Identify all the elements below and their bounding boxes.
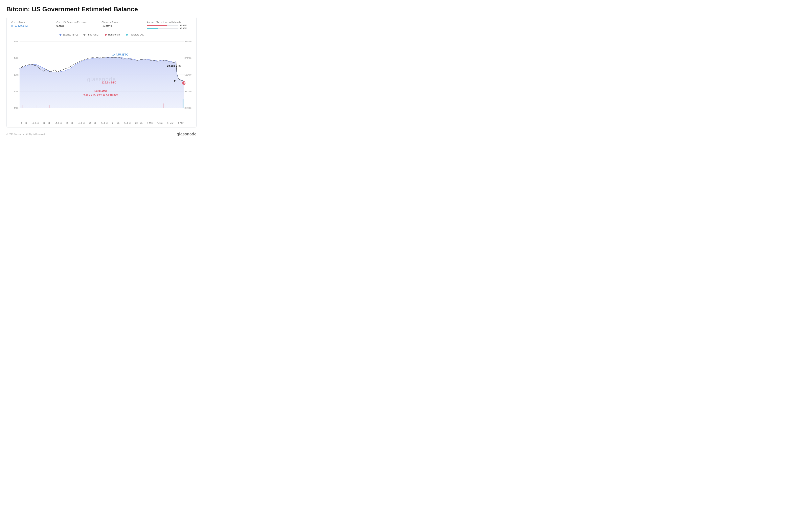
x-label-10: 28. Feb (135, 122, 143, 124)
deposits-cyan-pct: 36.36% (179, 27, 187, 30)
svg-text:130k: 130k (14, 74, 18, 76)
stat-current-balance: Current Balance BTC 125,643 (11, 21, 57, 27)
x-label-3: 14. Feb (55, 122, 62, 124)
legend-balance-label: Balance [BTC] (63, 33, 78, 36)
chart-card: Current Balance BTC 125,643 Current % Su… (6, 17, 197, 128)
x-label-13: 6. Mar (167, 122, 173, 124)
deposits-cyan-track (147, 28, 178, 29)
legend-dot-balance (59, 34, 61, 36)
x-label-2: 12. Feb (43, 122, 50, 124)
x-label-1: 10. Feb (31, 122, 39, 124)
svg-text:$25600: $25600 (185, 40, 191, 43)
svg-rect-23 (163, 103, 164, 108)
current-balance-value: BTC 125,643 (11, 24, 57, 27)
footer: © 2023 Glassnode. All Rights Reserved. g… (6, 131, 197, 137)
page-title: Bitcoin: US Government Estimated Balance (6, 5, 197, 13)
current-balance-label: Current Balance (11, 21, 57, 24)
svg-rect-21 (36, 105, 36, 108)
x-axis: 8. Feb 10. Feb 12. Feb 14. Feb 16. Feb 1… (11, 121, 192, 124)
svg-text:$22400: $22400 (185, 74, 191, 76)
x-label-4: 16. Feb (66, 122, 73, 124)
x-label-0: 8. Feb (21, 122, 27, 124)
svg-text:$20800: $20800 (185, 90, 191, 93)
legend-transfers-in-label: Transfers In (108, 33, 120, 36)
svg-text:110k: 110k (14, 107, 18, 110)
deposits-red-fill (147, 25, 167, 26)
stat-supply: Current % Supply on Exchange 0.65% (57, 21, 102, 27)
x-label-7: 22. Feb (101, 122, 108, 124)
supply-value: 0.65% (57, 24, 102, 27)
footer-copyright: © 2023 Glassnode. All Rights Reserved. (6, 133, 45, 135)
legend-transfers-in: Transfers In (105, 33, 120, 36)
legend-transfers-out-label: Transfers Out (129, 33, 144, 36)
legend-price: Price [USD] (84, 33, 99, 36)
footer-logo: glassnode (177, 132, 197, 137)
x-label-14: 8. Mar (178, 122, 184, 124)
chart-area: 150k 140k 130k 120k 110k $25600 $24000 $… (11, 38, 192, 121)
svg-point-19 (183, 82, 185, 84)
deposits-bars: 63.64% 36.36% (147, 24, 192, 30)
deposits-red-track (147, 25, 178, 26)
svg-rect-22 (49, 105, 49, 108)
stat-deposits: Amount of Deposits vs Withdrawals 63.64%… (147, 21, 192, 30)
change-value: -13.05% (102, 24, 147, 27)
svg-rect-20 (23, 105, 23, 108)
deposits-red-row: 63.64% (147, 24, 192, 27)
x-label-9: 26. Feb (124, 122, 131, 124)
legend-price-label: Price [USD] (87, 33, 99, 36)
x-label-12: 4. Mar (157, 122, 163, 124)
deposits-cyan-fill (147, 28, 158, 29)
x-label-8: 24. Feb (112, 122, 119, 124)
svg-text:140k: 140k (14, 57, 18, 59)
legend-dot-transfers-in (105, 34, 107, 36)
supply-label: Current % Supply on Exchange (57, 21, 102, 24)
legend-balance: Balance [BTC] (59, 33, 78, 36)
chart-svg: 150k 140k 130k 120k 110k $25600 $24000 $… (11, 38, 192, 121)
stats-row: Current Balance BTC 125,643 Current % Su… (11, 21, 192, 30)
x-label-11: 2. Mar (147, 122, 153, 124)
deposits-cyan-row: 36.36% (147, 27, 192, 30)
legend-dot-price (84, 34, 85, 36)
stat-change: Change in Balance -13.05% (102, 21, 147, 27)
x-label-5: 18. Feb (77, 122, 85, 124)
deposits-label: Amount of Deposits vs Withdrawals (147, 21, 192, 24)
svg-text:$19200: $19200 (185, 107, 191, 110)
page-wrapper: Bitcoin: US Government Estimated Balance… (0, 0, 203, 140)
svg-rect-24 (183, 99, 184, 108)
legend-transfers-out: Transfers Out (126, 33, 144, 36)
svg-text:150k: 150k (14, 40, 18, 43)
change-label: Change in Balance (102, 21, 147, 24)
x-label-6: 20. Feb (89, 122, 96, 124)
deposits-red-pct: 63.64% (179, 24, 187, 27)
svg-text:120k: 120k (14, 90, 18, 93)
legend-row: Balance [BTC] Price [USD] Transfers In T… (11, 33, 192, 36)
legend-dot-transfers-out (126, 34, 128, 36)
svg-text:$24000: $24000 (185, 57, 191, 59)
